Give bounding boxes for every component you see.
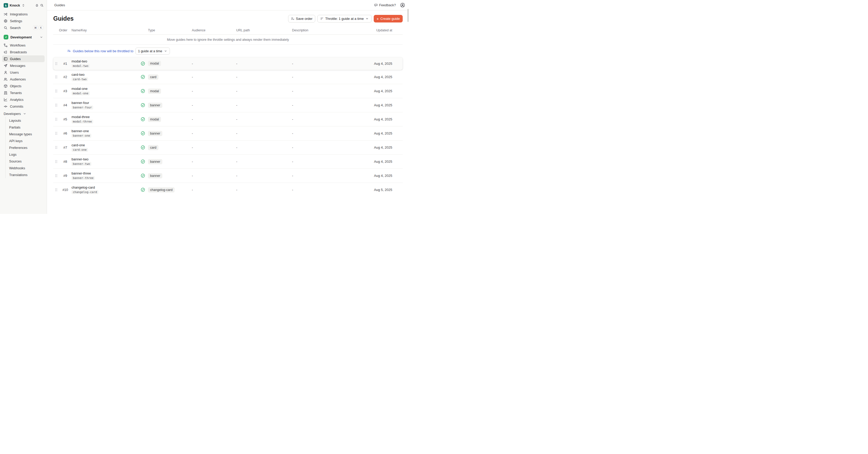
guide-row[interactable]: #9 banner-three banner-three banner - - …	[53, 169, 403, 182]
drag-handle[interactable]	[53, 160, 59, 164]
sidebar-item-logs[interactable]: Logs	[6, 151, 44, 158]
notifications-bell-icon[interactable]	[35, 4, 39, 7]
throttle-amount-select[interactable]: 1 guide at a time	[135, 48, 170, 55]
guide-row[interactable]: #2 card-two card-two card - - - Aug 4, 2…	[53, 70, 403, 84]
developers-section-toggle[interactable]: Developers	[2, 110, 44, 117]
guide-row[interactable]: #7 card-one card-one card - - - Aug 4, 2…	[53, 140, 403, 154]
drag-dots-icon	[54, 117, 58, 121]
developers-label: Developers	[4, 112, 21, 116]
type-cell: banner	[148, 173, 192, 178]
sidebar-item-sources[interactable]: Sources	[6, 158, 44, 165]
guide-row[interactable]: #8 banner-two banner-two banner - - - Au…	[53, 154, 403, 169]
guide-name: modal-two	[71, 59, 87, 63]
type-badge: banner	[148, 131, 162, 136]
sidebar-item-guides[interactable]: Guides	[2, 55, 44, 62]
vertical-scrollbar[interactable]	[407, 9, 409, 22]
drag-handle[interactable]	[53, 75, 59, 79]
git-commit-icon	[4, 105, 7, 108]
gear-icon	[4, 19, 7, 23]
name-key-cell: card-one card-one	[71, 143, 137, 152]
guide-key: changelog-card	[71, 190, 98, 194]
name-key-cell: banner-two banner-two	[71, 157, 137, 166]
url-path-cell: -	[236, 174, 292, 178]
row-order: #7	[59, 145, 71, 149]
guides-table: Order Name/Key Type Audience URL path De…	[53, 26, 403, 197]
throttle-dropdown-button[interactable]: Throttle: 1 guide at a time	[317, 15, 371, 23]
guides-icon	[4, 57, 7, 61]
sidebar-item-settings[interactable]: Settings	[2, 18, 44, 24]
guide-key: card-two	[71, 77, 88, 81]
guide-key: banner-three	[71, 176, 95, 180]
sidebar-item-search[interactable]: Search ⌘ K	[2, 24, 44, 31]
sidebar-item-users[interactable]: Users	[2, 69, 44, 76]
sidebar-item-partials[interactable]: Partials	[6, 124, 44, 131]
user-avatar[interactable]	[400, 3, 405, 7]
sidebar-item-integrations[interactable]: Integrations	[2, 11, 44, 18]
guide-name: changelog-card	[71, 186, 95, 189]
sidebar-item-label: Search	[10, 26, 31, 30]
sidebar-item-broadcasts[interactable]: Broadcasts	[2, 49, 44, 55]
audience-cell: -	[192, 188, 236, 192]
row-order: #3	[59, 89, 71, 93]
sidebar-item-workflows[interactable]: Workflows	[2, 42, 44, 49]
status-active-check-icon	[137, 145, 148, 150]
sidebar-top-nav: Integrations Settings Search ⌘ K	[2, 11, 44, 31]
drag-handle[interactable]	[53, 188, 59, 192]
guide-name: card-two	[71, 73, 85, 77]
guide-row[interactable]: #10 changelog-card changelog-card change…	[53, 182, 403, 197]
workspace-switcher-icon[interactable]	[22, 4, 25, 7]
description-cell: -	[292, 174, 345, 178]
guide-row[interactable]: #1 modal-two modal-two modal - - - Aug 4…	[53, 57, 403, 70]
throttle-divider-link[interactable]: Guides below this row will be throttled …	[73, 49, 133, 53]
status-active-check-icon	[137, 61, 148, 66]
audience-cell: -	[192, 75, 236, 79]
k-key: K	[39, 26, 43, 30]
url-path-cell: -	[236, 89, 292, 93]
type-badge: modal	[148, 61, 161, 66]
sidebar-item-messages[interactable]: Messages	[2, 62, 44, 69]
sidebar-item-tenants[interactable]: Tenants	[2, 89, 44, 96]
guide-row[interactable]: #6 banner-one banner-one banner - - - Au…	[53, 126, 403, 140]
search-icon[interactable]	[40, 4, 43, 7]
sidebar-item-webhooks[interactable]: Webhooks	[6, 165, 44, 171]
drag-handle[interactable]	[53, 174, 59, 178]
sidebar-item-commits[interactable]: Commits	[2, 103, 44, 110]
drag-handle[interactable]	[53, 62, 59, 65]
updated-at-cell: Aug 4, 2025	[345, 132, 392, 135]
app-window: k Knock Integrations	[0, 0, 409, 214]
guides-table-body: #1 modal-two modal-two modal - - - Aug 4…	[53, 57, 403, 197]
guide-name: modal-three	[71, 115, 90, 119]
guide-name: banner-one	[71, 129, 89, 133]
sidebar-item-translations[interactable]: Translations	[6, 171, 44, 178]
sidebar-item-api-keys[interactable]: API keys	[6, 137, 44, 144]
updated-at-cell: Aug 4, 2025	[345, 145, 392, 149]
feedback-button[interactable]: Feedback?	[374, 3, 396, 7]
save-order-button[interactable]: Save order	[288, 15, 315, 23]
sidebar-item-analytics[interactable]: Analytics	[2, 96, 44, 103]
drag-handle[interactable]	[53, 103, 59, 107]
sidebar-item-layouts[interactable]: Layouts	[6, 117, 44, 124]
status-active-check-icon	[137, 117, 148, 121]
drag-handle[interactable]	[53, 117, 59, 121]
guide-row[interactable]: #4 banner-four banner-four banner - - - …	[53, 98, 403, 112]
drag-handle[interactable]	[53, 145, 59, 149]
drag-handle[interactable]	[53, 89, 59, 93]
sidebar-item-message-types[interactable]: Message types	[6, 131, 44, 137]
sidebar-item-objects[interactable]: Objects	[2, 83, 44, 89]
drag-handle[interactable]	[53, 132, 59, 135]
ignore-throttle-drop-zone[interactable]: Move guides here to ignore the throttle …	[53, 35, 403, 45]
environment-switcher[interactable]: Development	[2, 33, 44, 41]
guide-row[interactable]: #3 modal-one modal-one modal - - - Aug 4…	[53, 84, 403, 98]
audience-cell: -	[192, 145, 236, 149]
create-guide-button[interactable]: + Create guide	[374, 15, 403, 23]
guide-row[interactable]: #5 modal-three modal-three modal - - - A…	[53, 112, 403, 126]
sidebar-item-preferences[interactable]: Preferences	[6, 144, 44, 151]
row-order: #9	[59, 174, 71, 178]
drag-dots-icon	[54, 145, 58, 149]
sidebar-item-audiences[interactable]: Audiences	[2, 76, 44, 83]
guide-key: banner-two	[71, 162, 91, 166]
throttle-label: Throttle: 1 guide at a time	[325, 17, 364, 21]
updated-at-cell: Aug 4, 2025	[345, 62, 392, 65]
url-path-cell: -	[236, 75, 292, 79]
plus-icon: +	[377, 17, 379, 21]
